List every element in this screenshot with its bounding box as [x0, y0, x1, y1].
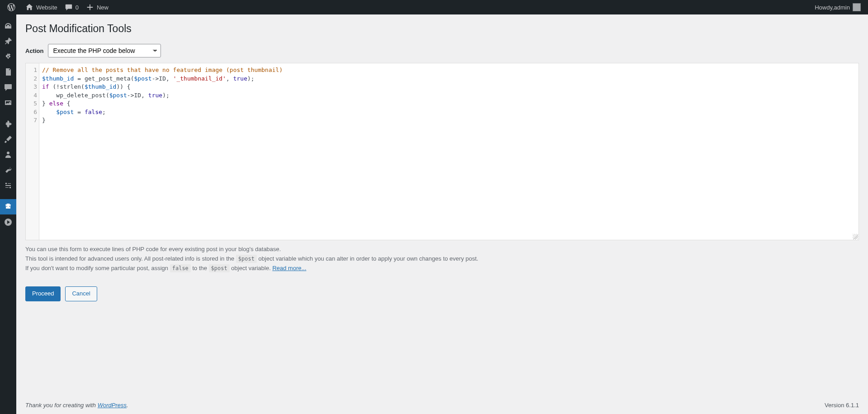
- home-icon: [25, 3, 33, 11]
- cpt-icon: [4, 52, 13, 61]
- user-name: admin: [834, 4, 850, 11]
- code-line: $thumb_id = get_post_meta($post->ID, '_t…: [42, 75, 856, 83]
- comment-count: 0: [75, 4, 79, 11]
- footer: Thank you for creating with WordPress. V…: [16, 396, 868, 414]
- settings2-icon: [4, 181, 13, 190]
- action-label: Action: [25, 48, 43, 54]
- buttons-row: Proceed Cancel: [25, 286, 859, 301]
- code-line: wp_delete_post($post->ID, true);: [42, 91, 856, 100]
- admin-sidebar: [0, 14, 16, 414]
- sidebar-item-comments[interactable]: [0, 80, 16, 95]
- pages-icon: [4, 67, 13, 76]
- comment-icon: [65, 3, 73, 11]
- sidebar-item-settings2[interactable]: [0, 178, 16, 193]
- robot-icon: [4, 202, 13, 211]
- sidebar-item-cpt[interactable]: [0, 49, 16, 64]
- proceed-button[interactable]: Proceed: [25, 286, 61, 301]
- brush-icon: [4, 135, 13, 144]
- play-icon: [4, 218, 13, 227]
- media-icon: [4, 98, 13, 107]
- code-inline: false: [170, 264, 191, 272]
- new-label: New: [97, 4, 108, 11]
- comment-icon: [4, 83, 13, 92]
- resize-handle[interactable]: [853, 234, 858, 239]
- user-icon: [4, 150, 13, 159]
- site-name: Website: [36, 4, 57, 11]
- code-editor[interactable]: 1234567 // Remove all the posts that hav…: [25, 63, 859, 240]
- code-inline: $post: [209, 264, 230, 272]
- code-line: $post = false;: [42, 108, 856, 117]
- footer-thankyou: Thank you for creating with WordPress.: [25, 402, 128, 409]
- help-line-1: You can use this form to execute lines o…: [25, 245, 859, 254]
- read-more-link[interactable]: Read more...: [272, 265, 306, 271]
- code-line: } else {: [42, 100, 856, 108]
- action-row: Action Execute the PHP code below: [25, 44, 859, 57]
- avatar: [853, 3, 861, 11]
- sidebar-item-tools[interactable]: [0, 162, 16, 178]
- code-line: // Remove all the posts that have no fea…: [42, 66, 856, 75]
- sidebar-item-media[interactable]: [0, 95, 16, 110]
- wp-logo-menu[interactable]: [4, 0, 22, 14]
- footer-version: Version 6.1.1: [825, 402, 859, 409]
- code-area[interactable]: // Remove all the posts that have no fea…: [39, 63, 859, 240]
- help-line-2: This tool is intended for advanced users…: [25, 254, 859, 264]
- plugins-icon: [4, 119, 13, 128]
- sidebar-item-dashboard[interactable]: [0, 18, 16, 33]
- sidebar-item-play[interactable]: [0, 214, 16, 230]
- sidebar-item-robot[interactable]: [0, 199, 16, 214]
- sidebar-item-users[interactable]: [0, 147, 16, 162]
- code-gutter: 1234567: [26, 63, 39, 240]
- code-line: if (!strlen($thumb_id)) {: [42, 83, 856, 91]
- sidebar-item-pages[interactable]: [0, 64, 16, 80]
- my-account-menu[interactable]: Howdy, admin: [811, 0, 864, 14]
- wrench-icon: [4, 166, 13, 175]
- cancel-button[interactable]: Cancel: [65, 286, 97, 301]
- wordpress-link[interactable]: WordPress: [98, 402, 127, 409]
- content-body: Post Modification Tools Action Execute t…: [16, 14, 868, 328]
- code-inline: $post: [236, 255, 257, 263]
- sidebar-item-plugins[interactable]: [0, 116, 16, 132]
- admin-bar: Website 0 New Howdy, admin: [0, 0, 868, 14]
- sidebar-item-posts[interactable]: [0, 33, 16, 49]
- dashboard-icon: [4, 21, 13, 30]
- howdy-text: Howdy,: [815, 4, 834, 11]
- site-name-menu[interactable]: Website: [22, 0, 61, 14]
- help-text: You can use this form to execute lines o…: [25, 245, 859, 273]
- comments-menu[interactable]: 0: [61, 0, 82, 14]
- help-line-3: If you don't want to modify some particu…: [25, 264, 859, 273]
- code-line: }: [42, 116, 856, 125]
- wordpress-icon: [7, 3, 15, 11]
- new-content-menu[interactable]: New: [82, 0, 112, 14]
- page-title: Post Modification Tools: [25, 23, 859, 35]
- action-select[interactable]: Execute the PHP code below: [48, 44, 161, 57]
- pin-icon: [4, 37, 13, 46]
- plus-icon: [86, 3, 94, 11]
- sidebar-item-appearance[interactable]: [0, 132, 16, 147]
